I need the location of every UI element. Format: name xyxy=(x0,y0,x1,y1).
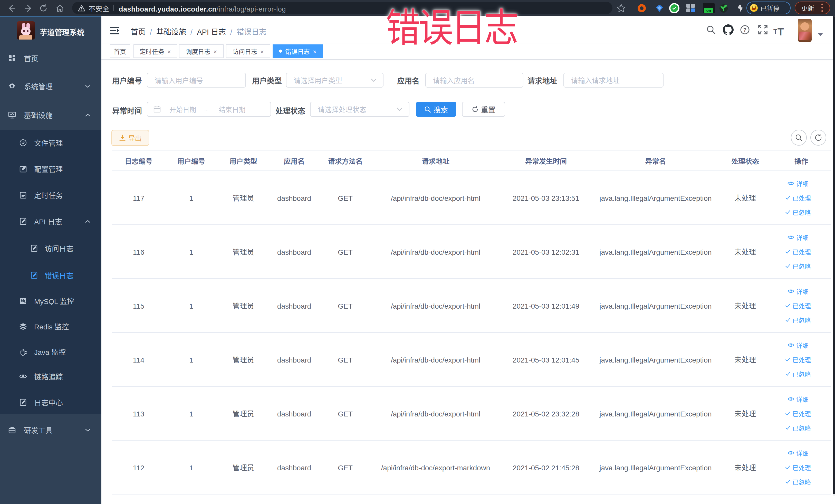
svg-text:?: ? xyxy=(743,27,747,33)
